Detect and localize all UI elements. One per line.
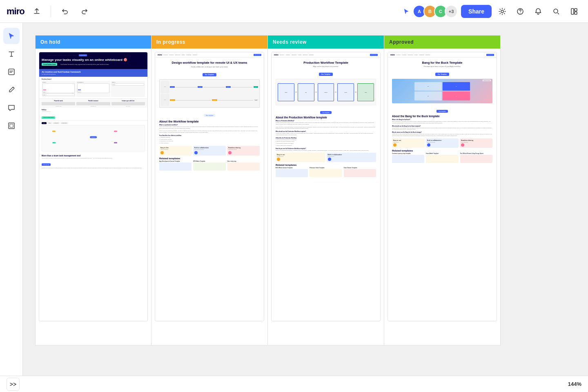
svg-rect-9 [10,124,13,127]
kanban-board: On hold miro Products Solutions Resource… [35,35,558,345]
col-content-needs-review: miro Products Solutions Resources Pricin… [268,49,384,345]
cta-btn[interactable]: Create Kanban board [42,63,57,66]
svg-rect-6 [575,12,577,14]
left-toolbar [0,23,23,392]
bftb-title: Bang for the Buck Template [392,61,492,65]
card-bang-for-buck[interactable]: miro Products Solutions Resources Pricin… [388,52,497,321]
column-approved: Approved miro Products Solutions Resourc… [384,35,501,345]
col-content-on-hold: miro Products Solutions Resources Pricin… [36,49,151,345]
prod-diagram: Initiate Plan Execute Monitor Close [276,79,376,105]
card-title: Design workflow template for remote UI &… [159,61,260,65]
prod-workflow-title: Production Workflow Template [276,61,376,65]
pen-tool[interactable] [3,82,20,98]
column-in-progress: In progress miro Products Solutions Reso… [151,35,268,345]
svg-rect-5 [575,9,577,11]
col-header-approved: Approved [384,36,500,49]
avatar-count: +3 [445,5,458,18]
workflow-diagram: Lane 1 Step 1 Step 2 Step 3 Done [159,79,260,108]
toolbar: miro A B C +3 Share [0,0,588,23]
column-needs-review: Needs review miro Products Solutions Res… [268,35,384,345]
upload-button[interactable] [29,4,44,19]
zoom-level: 144% [568,381,581,387]
kanban-preview: Kanban board To do 3 Team-A Task A 1 Tas… [39,77,147,98]
share-button[interactable]: Share [461,5,492,18]
col-header-needs-review: Needs review [268,36,384,49]
svg-point-0 [501,10,503,13]
signup-cta[interactable]: Sign up free [42,163,51,166]
toolbar-left: miro [7,4,92,19]
search-button[interactable] [549,4,564,19]
card-kanban-page[interactable]: miro Products Solutions Resources Pricin… [39,52,148,321]
help-button[interactable] [513,4,528,19]
column-on-hold: On hold miro Products Solutions Resource… [35,35,151,345]
comment-tool[interactable] [3,100,20,116]
col-header-in-progress: In progress [151,36,267,49]
blue-section: An intuitive and fluid Kanban framework … [39,69,147,77]
svg-rect-8 [9,123,14,129]
status-bar: >> 144% [0,376,588,392]
bftb-visual: Q1 Q2 Q3 Q4 Bang for the Buck [392,79,492,103]
cursor-icon [401,6,412,17]
col-header-on-hold: On hold [36,36,151,49]
sticky-tool[interactable] [3,64,20,80]
frame-tool[interactable] [3,118,20,134]
use-template-btn[interactable]: Use Template [319,73,333,76]
svg-rect-4 [571,9,574,14]
divider [51,6,51,17]
text-tool[interactable] [3,46,20,62]
col-content-in-progress: miro Products Solutions Resources Pricin… [151,49,267,345]
card-production-workflow[interactable]: miro Products Solutions Resources Pricin… [271,52,381,321]
expand-button[interactable]: >> [7,378,20,391]
use-template-btn[interactable]: Use Template [203,73,217,76]
undo-button[interactable] [58,4,72,19]
svg-point-2 [520,13,521,13]
layout-button[interactable] [567,4,581,19]
bell-button[interactable] [531,4,546,19]
canvas[interactable]: On hold miro Products Solutions Resource… [23,23,588,392]
avatar-group: A B C +3 [415,5,458,18]
svg-point-3 [554,9,558,13]
card-header: miro Products Solutions Resources Pricin… [39,52,147,69]
svg-rect-7 [9,69,14,75]
select-tool[interactable] [3,28,20,44]
create-kanban-cta[interactable]: Create Kanban board [42,116,55,119]
toolbar-right: A B C +3 Share [401,4,581,19]
col-content-approved: miro Products Solutions Resources Pricin… [384,49,500,345]
card-workflow-template[interactable]: miro Products Solutions Resources Pricin… [155,52,264,321]
settings-button[interactable] [495,4,510,19]
redo-button[interactable] [77,4,92,19]
card-hero-title: Manage your tasks visually on an online … [42,58,145,62]
miro-logo: miro [7,6,24,17]
use-template-btn[interactable]: Use Template [435,73,450,76]
